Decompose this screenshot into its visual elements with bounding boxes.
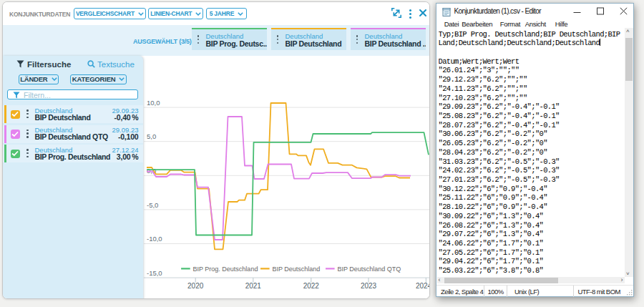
svg-text:5,0: 5,0 xyxy=(147,132,156,140)
svg-text:-5,0: -5,0 xyxy=(147,201,158,209)
svg-text:2024: 2024 xyxy=(416,282,430,290)
svg-text:2020: 2020 xyxy=(187,282,204,290)
svg-text:2022: 2022 xyxy=(303,282,320,290)
svg-text:2023: 2023 xyxy=(361,282,377,290)
svg-text:BIP Deutschland QTQ: BIP Deutschland QTQ xyxy=(337,265,401,273)
svg-text:BIP Deutschland: BIP Deutschland xyxy=(272,265,320,273)
svg-text:-10,0: -10,0 xyxy=(147,235,162,243)
svg-text:-15,0: -15,0 xyxy=(147,269,162,277)
svg-text:2021: 2021 xyxy=(245,282,262,290)
svg-text:BIP Prog. Deutschland: BIP Prog. Deutschland xyxy=(193,265,258,273)
svg-text:10,0: 10,0 xyxy=(147,99,160,107)
